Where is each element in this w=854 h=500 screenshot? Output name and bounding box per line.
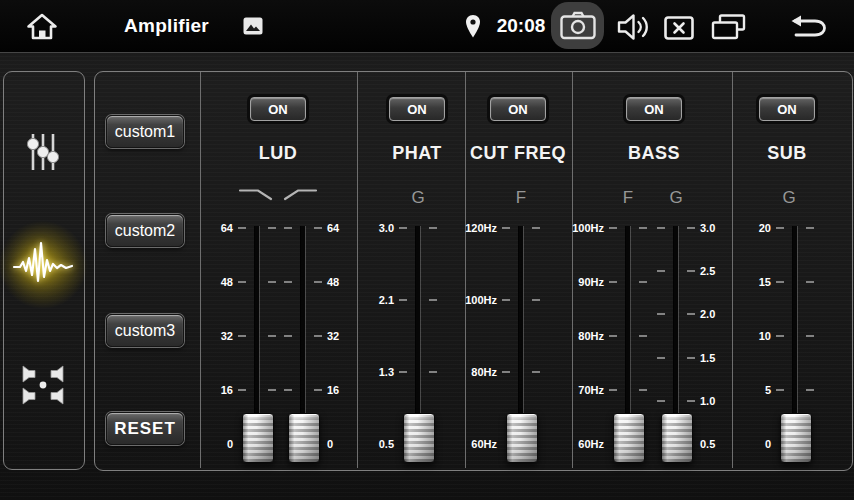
column-divider [465, 72, 466, 468]
sub-on-button[interactable]: ON [759, 97, 815, 121]
lud-title: LUD [208, 143, 348, 164]
location-icon [464, 13, 481, 39]
tick-label: 16 [171, 382, 233, 398]
tick-label: 0 [709, 436, 771, 452]
tick-label: 1.5 [700, 350, 762, 366]
tick-label: 70Hz [542, 382, 604, 398]
page-title: Amplifier [124, 0, 209, 52]
bass-title: BASS [584, 143, 724, 164]
highpass-curve-icon [281, 186, 319, 202]
bass-gain-axis-label: G [656, 188, 696, 208]
tick-label: 48 [171, 274, 233, 290]
bass-freq-axis-label: F [608, 188, 648, 208]
eq-sliders-icon [24, 131, 62, 173]
tick-label: 0.5 [332, 436, 394, 452]
lud-on-button[interactable]: ON [250, 97, 306, 121]
tick-dash [532, 227, 540, 229]
column-divider [357, 72, 358, 468]
cutfreq-slider-thumb[interactable] [506, 413, 538, 463]
tick-dash [657, 313, 665, 315]
tick-label: 48 [327, 274, 389, 290]
tick-label: 80Hz [542, 328, 604, 344]
volume-icon [616, 12, 652, 42]
close-window-icon [664, 16, 694, 40]
phat-gain-slider-thumb[interactable] [403, 413, 435, 463]
tick-label: 5 [709, 382, 771, 398]
tick-dash [268, 389, 276, 391]
home-icon [26, 12, 58, 40]
sidebar-item-speaker-balance[interactable] [13, 355, 73, 415]
tick-dash [502, 299, 510, 301]
bass-freq-slider-thumb[interactable] [613, 413, 645, 463]
tick-dash [314, 281, 322, 283]
lowpass-curve-icon [237, 186, 275, 202]
tick-dash [639, 389, 647, 391]
volume-button[interactable] [614, 11, 654, 42]
tick-label: 32 [327, 328, 389, 344]
tick-label: 90Hz [542, 274, 604, 290]
tick-label: 80Hz [435, 364, 497, 380]
tick-label: 20 [709, 220, 771, 236]
tick-label: 0 [171, 436, 233, 452]
cutfreq-on-button[interactable]: ON [490, 97, 546, 121]
tick-dash [806, 227, 814, 229]
tick-label: 2.0 [700, 306, 762, 322]
tick-label: 16 [327, 382, 389, 398]
tick-dash [806, 281, 814, 283]
tick-dash [284, 281, 292, 283]
tick-dash [314, 335, 322, 337]
tick-dash [687, 400, 695, 402]
back-button[interactable] [782, 13, 830, 42]
camera-icon [560, 11, 596, 40]
status-bar: Amplifier 20:08 [0, 0, 854, 53]
amplifier-screen: Amplifier 20:08 [0, 0, 854, 500]
tick-dash [314, 227, 322, 229]
tick-dash [238, 227, 246, 229]
phat-gain-axis-label: G [398, 188, 438, 208]
waveform-icon [12, 239, 74, 291]
gallery-button[interactable] [242, 16, 264, 36]
tick-dash [268, 227, 276, 229]
sidebar-item-equalizer[interactable] [13, 122, 73, 182]
bass-on-button[interactable]: ON [626, 97, 682, 121]
recent-apps-button[interactable] [709, 13, 747, 41]
tick-dash [657, 270, 665, 272]
tick-dash [609, 389, 617, 391]
custom1-button[interactable]: custom1 [106, 115, 184, 148]
sub-gain-axis-label: G [769, 188, 809, 208]
sub-title: SUB [717, 143, 854, 164]
tick-dash [238, 281, 246, 283]
tick-dash [502, 371, 510, 373]
lud-right-slider-thumb[interactable] [288, 413, 320, 463]
tick-label: 120Hz [435, 220, 497, 236]
tick-dash [238, 389, 246, 391]
sub-gain-slider-thumb[interactable] [780, 413, 812, 463]
screenshot-button[interactable] [551, 2, 604, 49]
tick-dash [687, 313, 695, 315]
tick-dash [776, 227, 784, 229]
tick-dash [284, 335, 292, 337]
tick-label: 10 [709, 328, 771, 344]
lud-left-slider-thumb[interactable] [242, 413, 274, 463]
cutfreq-title: CUT FREQ [448, 143, 588, 164]
tick-label: 32 [171, 328, 233, 344]
tick-label: 1.3 [332, 364, 394, 380]
tick-dash [657, 400, 665, 402]
tick-dash [268, 335, 276, 337]
gallery-icon [243, 17, 263, 35]
sidebar-item-sound-effects[interactable] [13, 235, 73, 295]
tick-label: 100Hz [542, 220, 604, 236]
tick-label: 60Hz [542, 436, 604, 452]
tick-label: 64 [171, 220, 233, 236]
close-app-button[interactable] [663, 15, 695, 40]
home-button[interactable] [22, 8, 62, 44]
tick-dash [399, 371, 407, 373]
tick-dash [806, 335, 814, 337]
bass-gain-slider-thumb[interactable] [661, 413, 693, 463]
tick-dash [609, 281, 617, 283]
tick-dash [399, 299, 407, 301]
tick-dash [657, 227, 665, 229]
tick-label: 2.1 [332, 292, 394, 308]
phat-on-button[interactable]: ON [389, 97, 445, 121]
tick-label: 15 [709, 274, 771, 290]
